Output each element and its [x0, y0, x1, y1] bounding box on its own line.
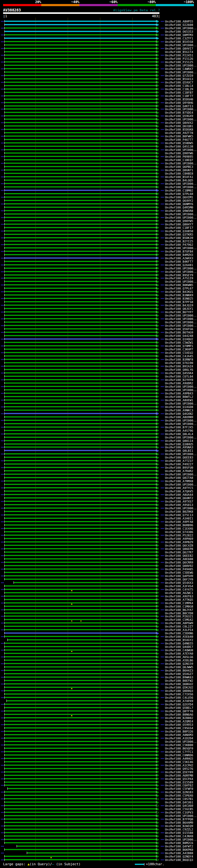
alignment-row[interactable]: UniRef100_A8U9N9	[0, 415, 197, 419]
alignment-bar[interactable]	[8, 788, 157, 789]
alignment-row[interactable]: UniRef100_Q6XIM1	[0, 195, 197, 199]
hit-accession-label[interactable]: UniRef100_A9UT63	[165, 595, 193, 598]
hit-accession-label[interactable]: UniRef100_B7FJX5	[165, 426, 193, 429]
alignment-row[interactable]: UniRef100_B3NKK9	[0, 293, 197, 297]
alignment-bar[interactable]	[5, 579, 157, 580]
alignment-row[interactable]: UniRef100_B5X413	[0, 77, 197, 81]
alignment-row[interactable]: UniRef100_B6TYP7	[0, 310, 197, 314]
alignment-row[interactable]: UniRef100_Q6C4Z8	[0, 544, 197, 547]
alignment-row[interactable]: UniRef100_C9ZZL2	[0, 828, 197, 831]
alignment-bar[interactable]	[5, 237, 157, 238]
alignment-bar[interactable]	[5, 41, 157, 42]
hit-accession-label[interactable]: UniRef100_C5MG42	[165, 618, 193, 621]
alignment-bar[interactable]	[5, 420, 157, 421]
alignment-bar[interactable]	[5, 196, 157, 198]
hit-accession-label[interactable]: UniRef100_Q4CU60	[165, 804, 193, 807]
alignment-bar[interactable]	[5, 146, 157, 147]
hit-accession-label[interactable]: UniRef100_UPI000..	[165, 385, 197, 388]
alignment-bar[interactable]	[5, 389, 157, 391]
hit-accession-label[interactable]: UniRef100_C0NRD6	[165, 754, 193, 757]
alignment-bar[interactable]	[5, 247, 157, 248]
hit-accession-label[interactable]: UniRef100_B3N025	[165, 297, 193, 300]
alignment-row[interactable]: UniRef100_B5DK39	[0, 236, 197, 240]
alignment-row[interactable]: UniRef100_Q5AGZ7	[0, 672, 197, 676]
hit-accession-label[interactable]: UniRef100_B6JYA7	[165, 609, 193, 612]
alignment-bar[interactable]	[5, 808, 157, 809]
alignment-bar[interactable]	[5, 714, 157, 715]
alignment-bar[interactable]	[5, 748, 157, 749]
alignment-row[interactable]: UniRef100_B3RNF8	[0, 358, 197, 361]
alignment-bar[interactable]	[5, 744, 157, 745]
alignment-row[interactable]: UniRef100_B0CYD8	[0, 612, 197, 615]
alignment-bar[interactable]	[5, 44, 157, 45]
alignment-bar[interactable]	[5, 457, 157, 458]
alignment-row[interactable]: UniRef100_C7YTC1	[0, 750, 197, 753]
hit-accession-label[interactable]: UniRef100_Q2NQY4	[165, 855, 193, 858]
alignment-row[interactable]: UniRef100_B5DGH0	[0, 98, 197, 101]
alignment-bar[interactable]	[5, 541, 157, 542]
hit-accession-label[interactable]: UniRef100_C5P6X6	[165, 794, 193, 797]
hit-accession-label[interactable]: UniRef100_O22608	[165, 23, 193, 27]
hit-accession-label[interactable]: UniRef100_Q5KJU2	[165, 686, 193, 689]
alignment-bar[interactable]	[5, 376, 157, 377]
hit-accession-label[interactable]: UniRef100_P47962	[165, 243, 193, 246]
alignment-bar[interactable]	[5, 798, 157, 799]
alignment-row[interactable]: UniRef100_Q2GYD4	[0, 703, 197, 706]
hit-accession-label[interactable]: UniRef100_C1GPV3	[165, 811, 193, 814]
hit-accession-label[interactable]: UniRef100_Q8ITA8	[165, 476, 193, 479]
alignment-bar[interactable]	[5, 386, 157, 387]
alignment-row[interactable]: UniRef100_Q5CPX4	[0, 777, 197, 780]
alignment-bar[interactable]	[5, 325, 157, 326]
hit-accession-label[interactable]: UniRef100_A4RHG5	[165, 757, 193, 760]
alignment-row[interactable]: UniRef100_C0S7B1	[0, 797, 197, 801]
hit-accession-label[interactable]: UniRef100_UPI000..	[165, 213, 197, 216]
alignment-row[interactable]: UniRef100_Q2N1B3	[0, 790, 197, 794]
hit-accession-label[interactable]: UniRef100_UPI000..	[165, 162, 197, 165]
hit-accession-label[interactable]: UniRef100_UPI000..	[165, 483, 197, 486]
alignment-row[interactable]: UniRef100_B6H4Z3	[0, 669, 197, 672]
alignment-row[interactable]: UniRef100_O15588	[0, 831, 197, 834]
alignment-row[interactable]: UniRef100_Q1XGD8	[0, 405, 197, 409]
alignment-bar[interactable]	[5, 741, 157, 742]
alignment-bar[interactable]	[5, 491, 157, 492]
alignment-row[interactable]: UniRef100_C5FWF0	[0, 787, 197, 790]
alignment-bar[interactable]	[5, 771, 157, 773]
alignment-row[interactable]: UniRef100_C6TL04	[0, 375, 197, 378]
alignment-row[interactable]: UniRef100_B0EFW2	[0, 679, 197, 682]
alignment-bar[interactable]	[5, 595, 157, 597]
alignment-row[interactable]: UniRef100_Q0GN71	[0, 168, 197, 172]
hit-accession-label[interactable]: UniRef100_UPI000..	[165, 814, 197, 817]
alignment-bar[interactable]	[5, 683, 157, 684]
hit-accession-label[interactable]: UniRef100_P49227	[165, 463, 193, 466]
alignment-row[interactable]: UniRef100_Q6FJY0	[0, 578, 197, 581]
alignment-row[interactable]: UniRef100_P47962	[0, 243, 197, 246]
alignment-bar[interactable]	[7, 700, 157, 702]
alignment-bar[interactable]	[5, 173, 157, 174]
hit-accession-label[interactable]: UniRef100_B4JQ19	[165, 304, 193, 307]
alignment-bar[interactable]	[5, 518, 157, 519]
alignment-bar[interactable]	[5, 366, 157, 367]
alignment-row[interactable]: UniRef100_P09895	[0, 155, 197, 158]
alignment-bar[interactable]	[5, 531, 157, 532]
hit-accession-label[interactable]: UniRef100_A6ZWC1	[165, 591, 193, 595]
hit-accession-label[interactable]: UniRef100_Q5EY89	[165, 771, 193, 774]
alignment-row[interactable]: UniRef100_B7PFS8	[0, 300, 197, 304]
alignment-row[interactable]: UniRef100_Q6IQB1	[0, 124, 197, 128]
hit-accession-label[interactable]: UniRef100_Q627R7	[165, 551, 193, 554]
alignment-bar[interactable]	[5, 470, 157, 471]
alignment-bar[interactable]	[5, 734, 157, 735]
alignment-row[interactable]: UniRef100_Q4N655	[0, 642, 197, 645]
hit-accession-label[interactable]: UniRef100_C9SGS4	[165, 727, 193, 730]
alignment-bar[interactable]	[5, 507, 157, 509]
hit-accession-label[interactable]: UniRef100_UPI000..	[165, 270, 197, 273]
alignment-row[interactable]: UniRef100_Q54XX3	[0, 581, 197, 584]
alignment-row[interactable]: UniRef100_A9TYC5	[0, 486, 197, 490]
hit-accession-label[interactable]: UniRef100_P15126	[165, 57, 193, 60]
alignment-bar[interactable]	[5, 403, 157, 404]
hit-accession-label[interactable]: UniRef100_A7TZ37	[165, 459, 193, 463]
hit-accession-label[interactable]: UniRef100_Q6XIM1	[165, 196, 193, 199]
alignment-bar[interactable]	[5, 102, 157, 103]
alignment-row[interactable]: UniRef100_C1BLC4	[0, 84, 197, 88]
alignment-row[interactable]: UniRef100_Q75C13	[0, 513, 197, 517]
alignment-row[interactable]: UniRef100_A6SLG6	[0, 655, 197, 659]
